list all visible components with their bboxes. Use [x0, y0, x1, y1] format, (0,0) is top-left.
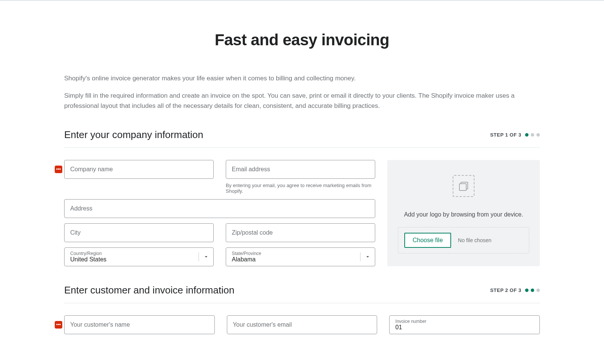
- section2-header: Enter customer and invoice information S…: [64, 284, 540, 303]
- company-name-input[interactable]: [64, 160, 214, 179]
- invoice-number-input[interactable]: [395, 324, 534, 331]
- step1-dots: [525, 133, 540, 137]
- country-select-label: Country/Region: [70, 251, 198, 256]
- state-select-value: Alabama: [232, 256, 360, 263]
- email-helper-text: By entering your email, you agree to rec…: [226, 183, 375, 194]
- section2-heading: Enter customer and invoice information: [64, 284, 234, 296]
- chevron-down-icon: [199, 252, 209, 261]
- step-dot: [531, 289, 534, 292]
- state-select[interactable]: State/Province Alabama: [226, 247, 375, 266]
- invoice-number-label: Invoice number: [395, 319, 534, 324]
- section1-heading: Enter your company information: [64, 129, 203, 141]
- city-input[interactable]: [64, 223, 214, 242]
- step1-indicator: STEP 1 OF 3: [490, 132, 540, 138]
- invoice-number-field[interactable]: Invoice number: [389, 315, 540, 334]
- country-select-value: United States: [70, 256, 198, 263]
- country-select[interactable]: Country/Region United States: [64, 247, 214, 266]
- step2-indicator: STEP 2 OF 3: [490, 287, 540, 293]
- step-dot: [536, 289, 540, 292]
- page-title: Fast and easy invoicing: [64, 31, 540, 49]
- chevron-down-icon: [360, 252, 370, 261]
- intro-paragraph-1: Shopify's online invoice generator makes…: [64, 74, 540, 83]
- email-input[interactable]: [226, 160, 375, 179]
- file-dropzone[interactable]: Choose file No file chosen: [398, 227, 529, 253]
- customer-name-input[interactable]: [64, 315, 215, 334]
- step-dot: [531, 133, 534, 137]
- step2-dots: [525, 289, 540, 292]
- intro-paragraph-2: Simply fill in the required information …: [64, 91, 540, 111]
- step-dot: [536, 133, 540, 137]
- required-badge-icon: •••: [55, 166, 62, 173]
- step2-label: STEP 2 OF 3: [490, 287, 521, 293]
- step-dot: [525, 289, 528, 292]
- no-file-text: No file chosen: [458, 237, 492, 243]
- logo-upload-panel: Add your logo by browsing from your devi…: [387, 160, 540, 266]
- section1-header: Enter your company information STEP 1 OF…: [64, 129, 540, 148]
- company-fields: By entering your email, you agree to rec…: [64, 160, 375, 266]
- upload-text: Add your logo by browsing from your devi…: [404, 211, 523, 218]
- step1-label: STEP 1 OF 3: [490, 132, 521, 138]
- address-input[interactable]: [64, 199, 375, 218]
- choose-file-button[interactable]: Choose file: [404, 233, 451, 248]
- intro-block: Shopify's online invoice generator makes…: [64, 74, 540, 111]
- upload-image-icon: [453, 175, 475, 197]
- required-badge-icon: •••: [55, 321, 62, 329]
- customer-email-input[interactable]: [227, 315, 378, 334]
- zip-input[interactable]: [226, 223, 375, 242]
- svg-rect-1: [459, 184, 466, 190]
- step-dot: [525, 133, 528, 137]
- state-select-label: State/Province: [232, 251, 360, 256]
